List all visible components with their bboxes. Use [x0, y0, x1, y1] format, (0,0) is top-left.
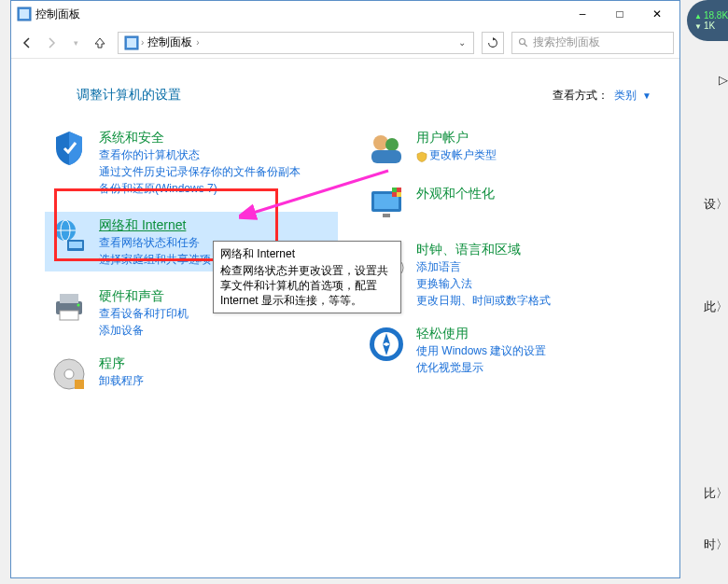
stray-text: ▷ [719, 73, 728, 87]
category-user-accounts[interactable]: 用户帐户 更改帐户类型 [366, 128, 655, 169]
category-link[interactable]: 添加语言 [416, 258, 655, 275]
breadcrumb-root[interactable]: 控制面板 [144, 35, 196, 50]
view-mode-value: 类别 [614, 88, 637, 104]
svg-rect-23 [383, 214, 390, 217]
printer-icon [49, 286, 90, 327]
view-mode-label: 查看方式： [553, 88, 609, 104]
svg-rect-26 [397, 192, 401, 197]
address-dropdown[interactable]: ⌄ [455, 37, 469, 48]
svg-point-4 [520, 38, 525, 44]
category-title[interactable]: 外观和个性化 [416, 184, 655, 202]
stray-text: 时〉 [704, 536, 728, 553]
monitor-icon [366, 184, 407, 225]
tooltip-body: 检查网络状态并更改设置，设置共享文件和计算机的首选项，配置 Internet 显… [220, 263, 394, 308]
svg-rect-17 [75, 380, 84, 389]
minimize-button[interactable]: – [564, 1, 601, 27]
maximize-button[interactable]: □ [601, 1, 638, 27]
category-link[interactable]: 更改帐户类型 [416, 146, 655, 163]
svg-point-16 [64, 369, 74, 379]
category-link[interactable]: 更改日期、时间或数字格式 [416, 292, 655, 309]
content-header: 调整计算机的设置 查看方式： 类别 ▼ [77, 87, 651, 104]
navigation-toolbar: ▾ › 控制面板 › ⌄ 搜索控制面板 [11, 27, 679, 59]
tooltip: 网络和 Internet 检查网络状态并更改设置，设置共享文件和计算机的首选项，… [213, 241, 401, 313]
search-box[interactable]: 搜索控制面板 [511, 32, 674, 54]
address-bar[interactable]: › 控制面板 › ⌄ [118, 32, 474, 54]
breadcrumb-sep: › [196, 37, 199, 48]
close-button[interactable]: ✕ [638, 1, 676, 27]
category-appearance[interactable]: 外观和个性化 [366, 184, 655, 225]
svg-point-14 [77, 304, 80, 307]
svg-rect-25 [392, 188, 397, 192]
network-gauge-overlay: ▲18.8K ▼1K [687, 0, 728, 41]
category-link[interactable]: 通过文件历史记录保存你的文件备份副本 [99, 163, 338, 180]
search-icon [518, 37, 529, 49]
window-title: 控制面板 [35, 7, 564, 22]
search-placeholder: 搜索控制面板 [533, 35, 600, 50]
shield-icon [49, 128, 90, 169]
chevron-down-icon: ▼ [642, 90, 651, 101]
forward-button[interactable] [41, 33, 62, 53]
page-title: 调整计算机的设置 [77, 87, 181, 104]
titlebar: 控制面板 – □ ✕ [11, 1, 679, 27]
refresh-button[interactable] [482, 32, 504, 54]
view-mode-selector[interactable]: 查看方式： 类别 ▼ [553, 88, 651, 104]
svg-rect-20 [371, 150, 401, 163]
stray-text: 设〉 [704, 196, 728, 213]
control-panel-path-icon [124, 35, 139, 50]
category-link[interactable]: 查看你的计算机状态 [99, 146, 338, 163]
category-title[interactable]: 系统和安全 [99, 128, 338, 146]
recent-dropdown[interactable]: ▾ [65, 33, 86, 53]
category-title[interactable]: 用户帐户 [416, 128, 655, 146]
category-title[interactable]: 网络和 Internet [99, 216, 338, 234]
category-title[interactable]: 轻松使用 [416, 324, 655, 342]
up-button[interactable] [90, 33, 110, 53]
stray-text: 此〉 [704, 299, 728, 315]
svg-rect-1 [20, 9, 29, 19]
category-link[interactable]: 使用 Windows 建议的设置 [416, 342, 655, 359]
tooltip-title: 网络和 Internet [220, 246, 394, 261]
user-accounts-icon [366, 128, 407, 169]
svg-rect-10 [69, 242, 82, 248]
category-link[interactable]: 更换输入法 [416, 275, 655, 292]
down-arrow-icon: ▼ [694, 22, 702, 31]
category-ease-of-access[interactable]: 轻松使用 使用 Windows 建议的设置 优化视觉显示 [366, 324, 655, 376]
category-programs[interactable]: 程序 卸载程序 [49, 354, 338, 395]
category-clock-language-region[interactable]: 时钟、语言和区域 添加语言 更换输入法 更改日期、时间或数字格式 [366, 240, 655, 309]
svg-rect-12 [60, 294, 78, 303]
right-column: 用户帐户 更改帐户类型 外观和个性化 [366, 128, 655, 410]
admin-shield-icon [416, 150, 427, 161]
up-arrow-icon: ▲ [694, 12, 702, 21]
ease-of-access-icon [366, 324, 407, 365]
globe-network-icon [49, 216, 90, 257]
svg-point-19 [385, 138, 399, 151]
category-link[interactable]: 优化视觉显示 [416, 359, 655, 376]
category-link[interactable]: 备份和还原(Windows 7) [99, 180, 338, 197]
category-system-security[interactable]: 系统和安全 查看你的计算机状态 通过文件历史记录保存你的文件备份副本 备份和还原… [49, 128, 338, 197]
back-button[interactable] [17, 33, 37, 53]
svg-line-5 [525, 43, 527, 46]
control-panel-icon [17, 7, 32, 21]
svg-rect-3 [127, 38, 136, 48]
category-link[interactable]: 添加设备 [99, 322, 338, 339]
category-link[interactable]: 卸载程序 [99, 372, 338, 389]
disc-icon [49, 354, 90, 395]
content-area: 调整计算机的设置 查看方式： 类别 ▼ 系统和安全 查看你的计算机状态 通过文件… [11, 59, 679, 419]
svg-rect-13 [60, 311, 78, 320]
stray-text: 比〉 [704, 485, 728, 502]
category-title[interactable]: 时钟、语言和区域 [416, 240, 655, 258]
category-title[interactable]: 程序 [99, 354, 338, 372]
